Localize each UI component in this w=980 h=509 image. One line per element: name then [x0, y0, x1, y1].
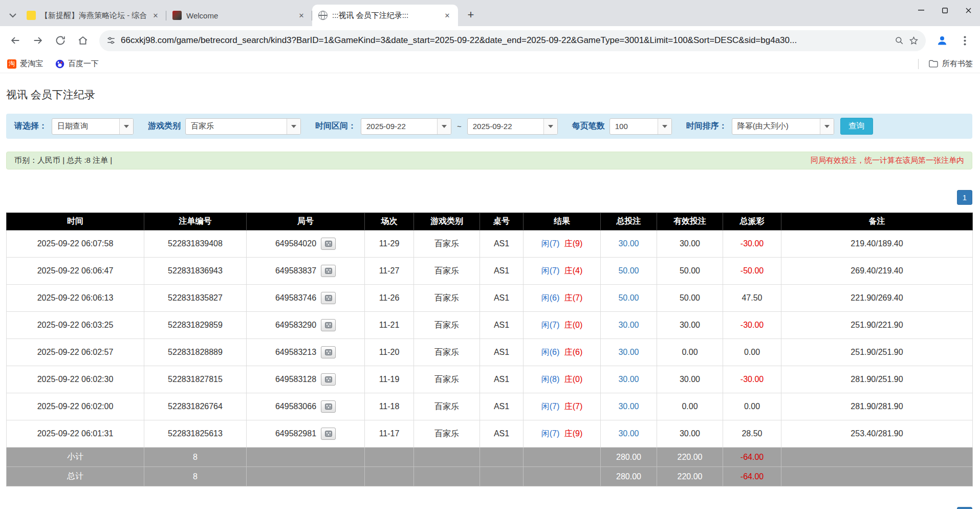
pagination-top: 1	[6, 190, 972, 205]
browser-window: { "browser": { "tabs": [ { "title": "【新提…	[0, 0, 980, 509]
round-id-text: 649582981	[275, 429, 316, 438]
cell-total-bet[interactable]: 30.00	[601, 393, 657, 420]
per-page-label: 每页笔数	[572, 121, 605, 132]
page-1-button[interactable]: 1	[957, 507, 972, 509]
all-bookmarks-button[interactable]: 所有书签	[918, 59, 973, 69]
round-replay-icon[interactable]	[321, 238, 336, 250]
cell-result: 闲(7) 庄(7)	[524, 393, 601, 420]
cell-result: 闲(6) 庄(6)	[524, 339, 601, 366]
round-replay-icon[interactable]	[321, 373, 336, 386]
cell-time: 2025-09-22 06:02:57	[7, 339, 144, 366]
refresh-icon[interactable]	[50, 30, 71, 51]
search-button[interactable]: 查询	[840, 118, 873, 135]
date-end-select[interactable]: 2025-09-22	[467, 118, 558, 135]
menu-dots-icon[interactable]	[954, 30, 975, 51]
cell-session: 11-21	[365, 312, 414, 339]
cell-session: 11-29	[365, 230, 414, 258]
bookmark-taobao[interactable]: 淘 爱淘宝	[7, 59, 43, 69]
home-icon[interactable]	[73, 30, 93, 51]
round-replay-icon[interactable]	[321, 400, 336, 413]
column-header: 时间	[7, 213, 144, 230]
game-type-select[interactable]: 百家乐	[185, 118, 301, 135]
cell-valid-bet: 30.00	[657, 366, 723, 393]
maximize-icon[interactable]	[933, 0, 956, 20]
site-controls-icon[interactable]	[106, 36, 116, 45]
chevron-down-icon[interactable]	[543, 119, 557, 134]
round-replay-icon[interactable]	[321, 428, 336, 440]
chevron-down-icon[interactable]	[287, 119, 300, 134]
result-player: 闲(7)	[541, 266, 560, 275]
total-label: 总计	[7, 467, 144, 486]
cell-note: 281.90/281.90	[781, 393, 973, 420]
cell-result: 闲(7) 庄(4)	[524, 258, 601, 285]
cell-time: 2025-09-22 06:02:00	[7, 393, 144, 420]
cell-total-bet[interactable]: 30.00	[601, 420, 657, 448]
new-tab-icon[interactable]: +	[462, 6, 480, 24]
cell-note: 281.90/251.90	[781, 366, 973, 393]
cell-total-bet[interactable]: 50.00	[601, 258, 657, 285]
cell-payout: -50.00	[723, 258, 781, 285]
total-total-bet: 280.00	[601, 467, 657, 486]
chevron-down-icon[interactable]	[437, 119, 451, 134]
game-type-label: 游戏类别	[148, 121, 181, 132]
bookmark-baidu[interactable]: 百度一下	[55, 59, 99, 69]
result-banker: 庄(6)	[564, 348, 583, 356]
sort-label: 时间排序：	[686, 121, 727, 132]
round-replay-icon[interactable]	[321, 319, 336, 331]
cell-total-bet[interactable]: 30.00	[601, 339, 657, 366]
tab-close-icon[interactable]: ✕	[297, 11, 306, 20]
url-bar[interactable]: 66cxkj98.com/game/betrecord_search/kind3…	[99, 30, 926, 51]
bookmark-star-icon[interactable]	[909, 36, 919, 46]
url-text[interactable]: 66cxkj98.com/game/betrecord_search/kind3…	[121, 35, 889, 46]
empty-cell	[480, 448, 524, 467]
sort-select[interactable]: 降幂(由大到小)	[732, 118, 834, 135]
cell-total-bet[interactable]: 30.00	[601, 230, 657, 258]
empty-cell	[365, 448, 414, 467]
profile-avatar[interactable]	[932, 30, 952, 51]
column-header: 桌号	[480, 213, 524, 230]
tab-close-icon[interactable]: ✕	[151, 11, 160, 20]
tab-search-icon[interactable]	[5, 7, 20, 24]
cell-round-id: 649583837	[247, 258, 365, 285]
taobao-icon: 淘	[7, 59, 16, 69]
subtotal-row: 小计 8 280.00 220.00 -64.00	[7, 448, 973, 467]
chevron-down-icon[interactable]	[820, 119, 834, 134]
minimize-icon[interactable]	[909, 0, 933, 20]
round-replay-icon[interactable]	[321, 346, 336, 358]
browser-tab[interactable]: Welcome ✕	[166, 5, 312, 26]
query-type-value: 日期查询	[52, 119, 119, 134]
bookmark-label: 百度一下	[68, 59, 99, 69]
cell-total-bet[interactable]: 50.00	[601, 285, 657, 312]
empty-cell	[247, 467, 365, 486]
folder-icon	[929, 59, 938, 69]
browser-tab[interactable]: :::视讯 会员下注纪录::: ✕	[312, 5, 458, 26]
round-replay-icon[interactable]	[321, 292, 336, 304]
empty-cell	[414, 448, 480, 467]
cell-total-bet[interactable]: 30.00	[601, 312, 657, 339]
chevron-down-icon[interactable]	[658, 119, 671, 134]
browser-tab[interactable]: 【新提醒】海燕策略论坛 - 综合 ✕	[20, 5, 166, 26]
notice-text: 同局有效投注，统一计算在该局第一张注单内	[811, 156, 964, 165]
cell-session: 11-18	[365, 393, 414, 420]
forward-icon[interactable]	[28, 30, 48, 51]
cell-bet-id: 522831825613	[144, 420, 247, 448]
zoom-icon[interactable]	[895, 36, 904, 45]
cell-note: 219.40/189.40	[781, 230, 973, 258]
date-start-select[interactable]: 2025-09-22	[361, 118, 451, 135]
result-player: 闲(7)	[541, 321, 560, 329]
cell-result: 闲(7) 庄(9)	[524, 230, 601, 258]
per-page-select[interactable]: 100	[609, 118, 672, 135]
cell-time: 2025-09-22 06:06:47	[7, 258, 144, 285]
page-1-button[interactable]: 1	[957, 190, 972, 205]
result-player: 闲(6)	[541, 348, 560, 356]
query-type-select[interactable]: 日期查询	[52, 118, 134, 135]
cell-game-type: 百家乐	[414, 312, 480, 339]
chevron-down-icon[interactable]	[119, 119, 133, 134]
tab-close-icon[interactable]: ✕	[443, 11, 452, 20]
cell-total-bet[interactable]: 30.00	[601, 366, 657, 393]
round-replay-icon[interactable]	[321, 265, 336, 277]
close-window-icon[interactable]	[956, 0, 980, 20]
total-row: 总计 8 280.00 220.00 -64.00	[7, 467, 973, 486]
back-icon[interactable]	[5, 30, 26, 51]
table-row: 2025-09-22 06:02:30 522831827815 6495831…	[7, 366, 973, 393]
